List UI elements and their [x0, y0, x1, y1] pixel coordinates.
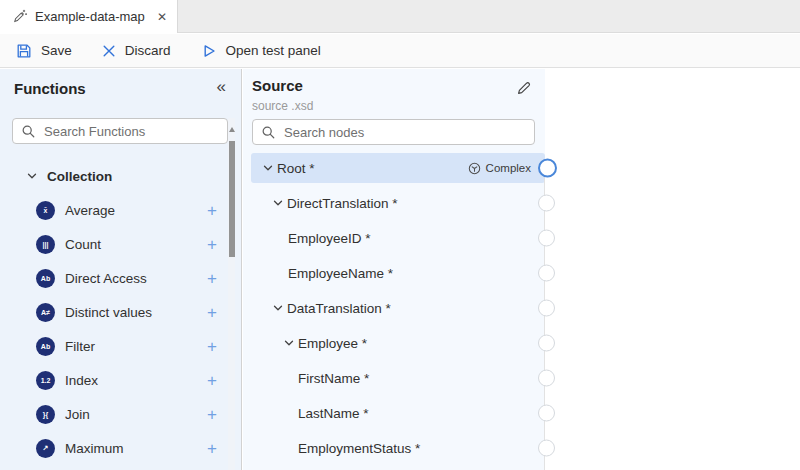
- add-function-button[interactable]: +: [207, 202, 217, 219]
- discard-button[interactable]: Discard: [102, 43, 171, 58]
- filter-function-icon: Ab: [36, 337, 55, 356]
- chevron-down-icon[interactable]: [272, 302, 284, 314]
- tree-node-root[interactable]: Root * Complex: [251, 153, 545, 183]
- join-function-icon: }{: [36, 405, 55, 424]
- nodes-search: [252, 119, 535, 145]
- save-button-label: Save: [41, 43, 72, 58]
- connection-handle[interactable]: [538, 195, 555, 212]
- tree-node-firstname[interactable]: FirstName *: [251, 363, 545, 393]
- tab-example-data-map[interactable]: Example-data-map ✕: [0, 0, 178, 33]
- connection-handle[interactable]: [538, 370, 555, 387]
- maximum-function-icon: ↗: [36, 439, 55, 458]
- tree-node-employee[interactable]: Employee *: [251, 328, 545, 358]
- command-toolbar: Save Discard Open test panel: [0, 34, 800, 68]
- function-item-direct-access[interactable]: Ab Direct Access +: [0, 261, 241, 295]
- functions-scrollbar-thumb[interactable]: [229, 141, 235, 257]
- connection-handle[interactable]: [538, 335, 555, 352]
- function-item-maximum[interactable]: ↗ Maximum +: [0, 431, 241, 465]
- connection-handle[interactable]: [538, 265, 555, 282]
- distinct-values-function-icon: A≠: [36, 303, 55, 322]
- nodes-search-input[interactable]: [282, 124, 526, 141]
- functions-panel-title: Functions: [14, 80, 86, 97]
- chevron-down-icon[interactable]: [262, 162, 274, 174]
- add-function-button[interactable]: +: [207, 270, 217, 287]
- complex-type-icon: [468, 162, 481, 175]
- add-function-button[interactable]: +: [207, 304, 217, 321]
- count-function-icon: |||: [36, 235, 55, 254]
- function-item-join[interactable]: }{ Join +: [0, 397, 241, 431]
- dismiss-icon: [102, 44, 116, 58]
- tab-label: Example-data-map: [35, 9, 145, 24]
- connection-handle[interactable]: [538, 405, 555, 422]
- section-collection[interactable]: Collection: [0, 161, 241, 191]
- average-function-icon: x̄: [36, 201, 55, 220]
- connection-handle[interactable]: [538, 159, 557, 178]
- connection-handle[interactable]: [538, 230, 555, 247]
- direct-access-function-icon: Ab: [36, 269, 55, 288]
- tree-node-lastname[interactable]: LastName *: [251, 398, 545, 428]
- search-icon: [261, 125, 276, 140]
- tree-node-employeename[interactable]: EmployeeName *: [251, 258, 545, 288]
- source-schema-filename: source .xsd: [252, 99, 313, 113]
- function-item-average[interactable]: x̄ Average +: [0, 193, 241, 227]
- save-icon: [16, 43, 32, 59]
- function-item-distinct-values[interactable]: A≠ Distinct values +: [0, 295, 241, 329]
- open-test-panel-label: Open test panel: [226, 43, 321, 58]
- connector-line: [544, 168, 545, 470]
- search-icon: [21, 124, 36, 139]
- chevron-down-icon[interactable]: [272, 197, 284, 209]
- connection-handle[interactable]: [538, 300, 555, 317]
- add-function-button[interactable]: +: [207, 338, 217, 355]
- connection-handle[interactable]: [538, 440, 555, 457]
- source-panel-title: Source: [252, 77, 303, 94]
- add-function-button[interactable]: +: [207, 406, 217, 423]
- functions-search-input[interactable]: [42, 123, 222, 140]
- discard-button-label: Discard: [125, 43, 171, 58]
- tab-bar: Example-data-map ✕: [0, 0, 800, 33]
- complex-type-badge: Complex: [468, 162, 531, 175]
- add-function-button[interactable]: +: [207, 372, 217, 389]
- functions-search: [12, 118, 228, 144]
- tree-node-employeeid[interactable]: EmployeeID *: [251, 223, 545, 253]
- save-button[interactable]: Save: [16, 43, 72, 59]
- source-schema-tree: Root * Complex DirectTranslation * Emplo…: [243, 153, 545, 468]
- function-item-index[interactable]: 1.2 Index +: [0, 363, 241, 397]
- tree-node-datatranslation[interactable]: DataTranslation *: [251, 293, 545, 323]
- index-function-icon: 1.2: [36, 371, 55, 390]
- source-panel: Source source .xsd Root *: [243, 69, 545, 470]
- functions-panel: Functions « Collection x̄ Average + ||| …: [0, 69, 242, 470]
- tab-close-icon[interactable]: ✕: [157, 11, 167, 23]
- function-item-filter[interactable]: Ab Filter +: [0, 329, 241, 363]
- collapse-panel-icon[interactable]: «: [217, 77, 226, 97]
- open-test-panel-button[interactable]: Open test panel: [201, 43, 321, 59]
- chevron-down-icon: [26, 170, 38, 182]
- add-function-button[interactable]: +: [207, 236, 217, 253]
- tree-node-employmentstatus[interactable]: EmploymentStatus *: [251, 433, 545, 463]
- data-map-wand-icon: [12, 9, 27, 24]
- functions-list: x̄ Average + ||| Count + Ab Direct Acces…: [0, 193, 241, 465]
- scrollbar-up-arrow-icon[interactable]: [229, 127, 235, 132]
- section-collection-label: Collection: [47, 169, 112, 184]
- function-item-count[interactable]: ||| Count +: [0, 227, 241, 261]
- add-function-button[interactable]: +: [207, 440, 217, 457]
- chevron-down-icon[interactable]: [283, 337, 295, 349]
- tree-node-directtranslation[interactable]: DirectTranslation *: [251, 188, 545, 218]
- play-icon: [201, 43, 217, 59]
- edit-schema-pencil-icon[interactable]: [516, 80, 532, 96]
